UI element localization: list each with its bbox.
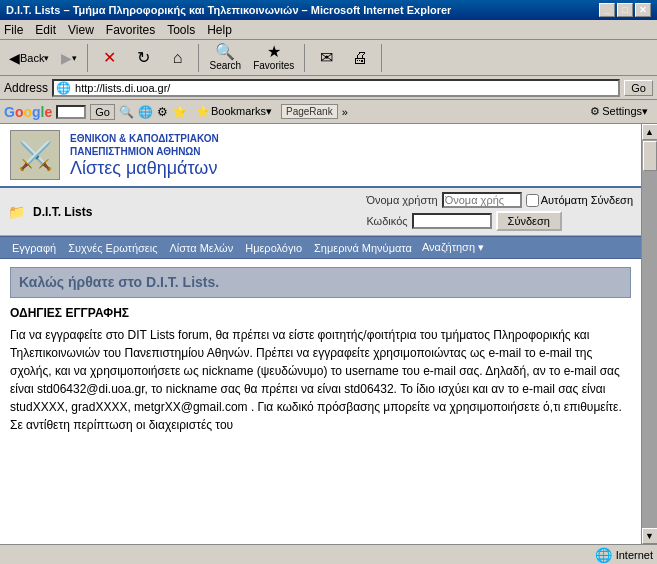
search-label: Search [209,60,241,71]
print-icon: 🖨 [352,50,368,66]
address-input-container: 🌐 [52,79,620,97]
window-title: D.I.T. Lists – Τμήμα Πληροφορικής και Τη… [6,4,451,16]
home-icon: ⌂ [173,50,183,66]
menu-file[interactable]: File [4,23,23,37]
menu-help[interactable]: Help [207,23,232,37]
site-header-text: ΕΘΝΙΚΟΝ & ΚΑΠΟΔΙΣΤΡΙΑΚΟΝ ΠΑΝΕΠΙΣΤΗΜΙΟΝ Α… [70,132,219,179]
search-button[interactable]: 🔍 Search [204,41,246,74]
menu-tools[interactable]: Tools [167,23,195,37]
search-icon: 🔍 [215,44,235,60]
title-bar: D.I.T. Lists – Τμήμα Πληροφορικής και Τη… [0,0,657,20]
menu-bar: File Edit View Favorites Tools Help [0,20,657,40]
favorites-label: Favorites [253,60,294,71]
main-area: ⚔️ ΕΘΝΙΚΟΝ & ΚΑΠΟΔΙΣΤΡΙΑΚΟΝ ΠΑΝΕΠΙΣΤΗΜΙΟ… [0,124,657,544]
bookmarks-label: Bookmarks▾ [211,105,272,118]
mail-icon: ✉ [320,50,333,66]
window-controls: _ □ ✕ [599,3,651,17]
body-paragraph: Για να εγγραφείτε στο DIT Lists forum, θ… [10,326,631,434]
toolbar-separator-3 [304,44,305,72]
toolbar-separator-2 [198,44,199,72]
nav-search-dropdown[interactable]: Αναζήτηση ▾ [418,239,488,256]
refresh-icon: ↻ [137,50,150,66]
pagerank-label: PageRank [281,104,338,119]
bookmarks-icon: ⭐ [196,105,210,118]
login-button[interactable]: Σύνδεση [496,211,562,231]
print-button[interactable]: 🖨 [344,47,376,69]
nav-today[interactable]: Σημερινά Μηνύματα [308,240,418,256]
zone-label: Internet [616,549,653,561]
toolbar-separator-1 [87,44,88,72]
vertical-scrollbar: ▲ ▼ [641,124,657,544]
favorites-icon: ★ [267,44,281,60]
google-icon-1[interactable]: 🔍 [119,105,134,119]
google-bar: Google Go 🔍 🌐 ⚙ ⭐ ⭐ Bookmarks▾ PageRank … [0,100,657,124]
maximize-button[interactable]: □ [617,3,633,17]
close-button[interactable]: ✕ [635,3,651,17]
forward-dropdown-icon: ▾ [72,53,77,63]
nav-faq[interactable]: Συχνές Ερωτήσεις [62,240,163,256]
address-bar: Address 🌐 Go [0,76,657,100]
back-arrow-icon: ◀ [9,50,20,66]
google-logo: Google [4,104,52,120]
password-row: Κωδικός Σύνδεση [366,211,633,231]
menu-view[interactable]: View [68,23,94,37]
username-row: Όνομα χρήστη Αυτόματη Σύνδεση [366,192,633,208]
nav-register[interactable]: Εγγραφή [6,240,62,256]
scroll-up-button[interactable]: ▲ [642,124,658,140]
login-bar: 📁 D.I.T. Lists Όνομα χρήστη Αυτόματη Σύν… [0,188,641,236]
address-input[interactable] [75,82,616,94]
back-label: Back [20,52,44,64]
settings-button[interactable]: ⚙ Settings▾ [585,103,653,120]
google-search-input[interactable] [56,105,86,119]
go-button[interactable]: Go [624,80,653,96]
password-input[interactable] [412,213,492,229]
menu-edit[interactable]: Edit [35,23,56,37]
settings-label: Settings▾ [602,105,648,118]
internet-icon: 🌐 [595,547,612,563]
nav-calendar[interactable]: Ημερολόγιο [239,240,308,256]
university-name: ΕΘΝΙΚΟΝ & ΚΑΠΟΔΙΣΤΡΙΑΚΟΝ ΠΑΝΕΠΙΣΤΗΜΙΟΝ Α… [70,132,219,158]
nav-bar: Εγγραφή Συχνές Ερωτήσεις Λίστα Μελών Ημε… [0,236,641,259]
scroll-thumb[interactable] [643,141,657,171]
folder-icon: 📁 [8,204,25,220]
scroll-down-button[interactable]: ▼ [642,528,658,544]
bookmarks-button[interactable]: ⭐ Bookmarks▾ [191,103,277,120]
google-icon-3[interactable]: ⚙ [157,105,168,119]
google-go-button[interactable]: Go [90,104,115,120]
google-icon-2[interactable]: 🌐 [138,105,153,119]
menu-favorites[interactable]: Favorites [106,23,155,37]
status-bar: 🌐 Internet [0,544,657,564]
status-zone: 🌐 Internet [595,547,653,563]
refresh-button[interactable]: ↻ [127,47,159,69]
back-button[interactable]: ◀ Back ▾ [4,47,54,69]
google-icon-4[interactable]: ⭐ [172,105,187,119]
welcome-heading: Καλώς ήρθατε στο D.I.T. Lists. [19,274,219,290]
stop-button[interactable]: ✕ [93,47,125,69]
login-form: Όνομα χρήστη Αυτόματη Σύνδεση Κωδικός Σύ… [366,192,633,231]
section-heading: ΟΔΗΓΙΕΣ ΕΓΓΡΑΦΗΣ [10,304,631,322]
minimize-button[interactable]: _ [599,3,615,17]
site-body: Καλώς ήρθατε στο D.I.T. Lists. ΟΔΗΓΙΕΣ Ε… [0,259,641,544]
page-icon: 🌐 [56,81,71,95]
toolbar-separator-4 [381,44,382,72]
username-input[interactable] [442,192,522,208]
more-button[interactable]: » [342,106,348,118]
username-label: Όνομα χρήστη [366,194,437,206]
university-logo: ⚔️ [10,130,60,180]
site-title: Λίστες μαθημάτων [70,158,219,179]
nav-members[interactable]: Λίστα Μελών [164,240,240,256]
toolbar: ◀ Back ▾ ▶ ▾ ✕ ↻ ⌂ 🔍 Search ★ Favorites … [0,40,657,76]
scroll-track[interactable] [642,140,657,528]
stop-icon: ✕ [103,50,116,66]
forward-button[interactable]: ▶ ▾ [56,47,82,69]
forward-arrow-icon: ▶ [61,50,72,66]
address-label: Address [4,81,48,95]
home-button[interactable]: ⌂ [161,47,193,69]
password-label: Κωδικός [366,215,407,227]
back-dropdown-icon: ▾ [44,53,49,63]
favorites-button[interactable]: ★ Favorites [248,41,299,74]
mail-button[interactable]: ✉ [310,47,342,69]
content-area: ⚔️ ΕΘΝΙΚΟΝ & ΚΑΠΟΔΙΣΤΡΙΑΚΟΝ ΠΑΝΕΠΙΣΤΗΜΙΟ… [0,124,641,544]
autologin-checkbox[interactable] [526,194,539,207]
login-title: D.I.T. Lists [33,205,358,219]
